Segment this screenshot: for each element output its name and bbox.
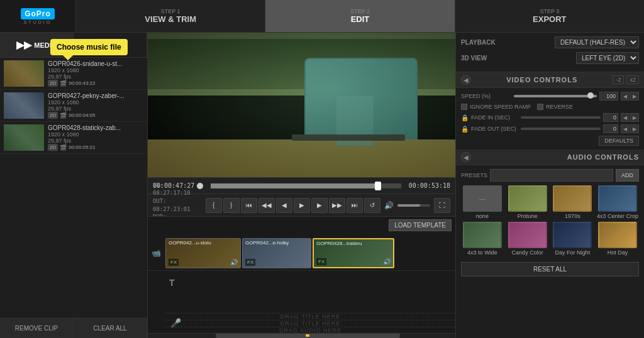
list-item[interactable]: GOPR0428-staticky-zab... 1920 x 1080 29,… (0, 122, 147, 154)
clip-3[interactable]: GOPR0428...traileru FX 🔊 (313, 238, 394, 268)
header: GoPro STUDIO Choose music file STEP 1 VI… (0, 0, 644, 33)
transport-btn-frame-back[interactable]: ◀◀ (258, 198, 275, 213)
preset-thumb (508, 185, 547, 212)
left-bottom-buttons: REMOVE CLIP CLEAR ALL (0, 318, 147, 338)
media-info: GOPR0427-pekny-zaber-... 1920 x 1080 29,… (48, 92, 143, 119)
speed-plus2: x2 (626, 75, 639, 84)
clip-label: GOPR042...u-stolu (169, 240, 211, 246)
media-thumbnail (4, 124, 44, 151)
video-controls-header[interactable]: ◀ VIDEO CONTROLS -2 x2 (456, 72, 644, 88)
media-info: GOPR0428-staticky-zab... 1920 x 1080 29,… (48, 124, 143, 151)
fade-out-increase[interactable]: ▶ (630, 124, 639, 133)
step-edit[interactable]: STEP 2 EDIT (265, 0, 454, 32)
tooltip: Choose music file (50, 39, 128, 55)
scrollbar-thumb (216, 334, 400, 338)
speed-slider[interactable] (514, 95, 597, 97)
clip-label: GOPR042...e-holky (245, 240, 289, 246)
list-item[interactable]: GOPR0426-snidane-u-st... 1920 x 1080 29,… (0, 58, 147, 90)
lock-icon: 🔒 (461, 114, 469, 121)
fade-in-slider[interactable] (521, 116, 601, 119)
preset-candy-color[interactable]: Candy Color (506, 222, 549, 256)
fade-out-input[interactable] (603, 124, 618, 133)
video-controls-section: SPEED (%) ◀ ▶ IGNORE SPEED RAMP (456, 88, 644, 150)
presets-input[interactable] (490, 169, 613, 182)
clip-label: GOPR0428...traileru (316, 241, 362, 246)
fullscreen-button[interactable]: ⛶ (434, 198, 450, 213)
3d-view-select[interactable]: LEFT EYE (2D) (576, 52, 639, 64)
timeline-scrollbar[interactable] (148, 333, 455, 338)
left-panel: ▶▶ MEDIA T TITLE GOPR0426-snidane-u-st..… (0, 33, 148, 338)
video-preview (148, 33, 455, 177)
preset-none[interactable]: — none (461, 185, 504, 219)
video-overlay (148, 33, 455, 177)
progress-handle (375, 182, 381, 190)
clip-2[interactable]: GOPR042...e-holky FX (242, 238, 311, 268)
preset-day-for-night[interactable]: Day For Night (552, 222, 594, 256)
drag-title-1: DRAG TITLE HERE (165, 313, 455, 320)
main: ▶▶ MEDIA T TITLE GOPR0426-snidane-u-st..… (0, 33, 644, 338)
preset-protune[interactable]: Protune (506, 185, 549, 219)
transport-btn-to-in[interactable]: { (206, 198, 222, 213)
preset-thumb (598, 185, 637, 212)
fade-in-input[interactable] (603, 113, 618, 122)
fx-badge: FX (169, 259, 179, 266)
transport-btn-fwd[interactable]: ▶ (311, 198, 328, 213)
preset-thumb (553, 185, 592, 212)
slider-handle (587, 92, 594, 99)
audio-controls-header[interactable]: ◀ AUDIO CONTROLS (456, 150, 644, 165)
media-info: GOPR0426-snidane-u-st... 1920 x 1080 29,… (48, 60, 143, 87)
transport-btn-loop[interactable]: ↺ (364, 198, 380, 213)
speed-increase[interactable]: ▶ (630, 92, 639, 101)
load-template-button[interactable]: LOAD TEMPLATE (389, 219, 452, 231)
transport-btn-skip-fwd[interactable]: ⏭ (347, 198, 363, 213)
step-export[interactable]: STEP 3 EXPORT (455, 0, 644, 32)
clear-all-button[interactable]: CLEAR ALL (74, 319, 147, 338)
mic-icon: 🎤 (170, 318, 181, 328)
media-thumbnail (4, 60, 44, 87)
progress-fill (211, 183, 378, 188)
media-thumbnail (4, 92, 44, 119)
fx-badge: FX (245, 259, 255, 266)
expand-icon: ◀ (461, 75, 471, 85)
preset-hot-day[interactable]: Hot Day (596, 222, 639, 256)
reset-all-button[interactable]: RESET ALL (461, 262, 639, 276)
playback-section: PLAYBACK DEFAULT (HALF-RES) 3D VIEW LEFT… (456, 33, 644, 72)
clip-1[interactable]: GOPR042...u-stolu FX 🔊 (165, 238, 241, 268)
list-item[interactable]: GOPR0427-pekny-zaber-... 1920 x 1080 29,… (0, 90, 147, 122)
transport-btn-fast-fwd[interactable]: ▶▶ (329, 198, 345, 213)
drag-title-2: DRAG TITLE HERE (165, 320, 455, 327)
transport-btn-back[interactable]: ◀ (276, 198, 292, 213)
playback-select[interactable]: DEFAULT (HALF-RES) (555, 36, 639, 48)
speed-decrease[interactable]: ◀ (621, 92, 630, 101)
fade-out-decrease[interactable]: ◀ (621, 124, 630, 133)
transport-bar: IN: 08:27:17:10 OUT: 08:27:23:01 DUR: 00… (148, 194, 455, 216)
preset-4x3-to-wide[interactable]: 4x3 to Wide (461, 222, 504, 256)
video-track-icon: 📹 (152, 249, 161, 258)
fade-out-slider[interactable] (521, 128, 601, 130)
transport-btn-skip-back[interactable]: ⏮ (241, 198, 257, 213)
preset-thumb (598, 222, 637, 248)
speed-input[interactable] (599, 92, 618, 101)
lock-icon: 🔒 (461, 126, 469, 133)
reverse-checkbox[interactable] (537, 104, 543, 110)
step-view-trim[interactable]: STEP 1 VIEW & TRIM (75, 0, 265, 32)
audio-controls-section: PRESETS ADD — none Protune 1970s (456, 165, 644, 280)
title-track-icon: T (169, 278, 175, 288)
transport-btn-play[interactable]: ▶ (294, 198, 310, 213)
volume-slider[interactable] (397, 204, 430, 207)
video-track: 📹 GOPR042...u-stolu FX 🔊 GOPR042...e-hol… (148, 236, 455, 271)
preset-thumb: — (463, 185, 502, 212)
preset-4x3-center-crop[interactable]: 4x3 Center Crop (596, 185, 639, 219)
ignore-speed-ramp-checkbox[interactable] (461, 104, 467, 110)
progress-bar[interactable] (211, 183, 401, 188)
fade-in-decrease[interactable]: ◀ (621, 113, 630, 122)
remove-clip-button[interactable]: REMOVE CLIP (0, 319, 74, 338)
preset-1970s[interactable]: 1970s (552, 185, 594, 219)
fade-in-increase[interactable]: ▶ (630, 113, 639, 122)
scrollbar-marker (306, 334, 309, 337)
transport-btn-to-out[interactable]: } (223, 198, 240, 213)
add-preset-button[interactable]: ADD (616, 169, 639, 182)
defaults-button[interactable]: DEFAULTS (599, 136, 639, 146)
preset-thumb (553, 222, 592, 248)
gopro-logo: GoPro STUDIO (0, 0, 75, 32)
